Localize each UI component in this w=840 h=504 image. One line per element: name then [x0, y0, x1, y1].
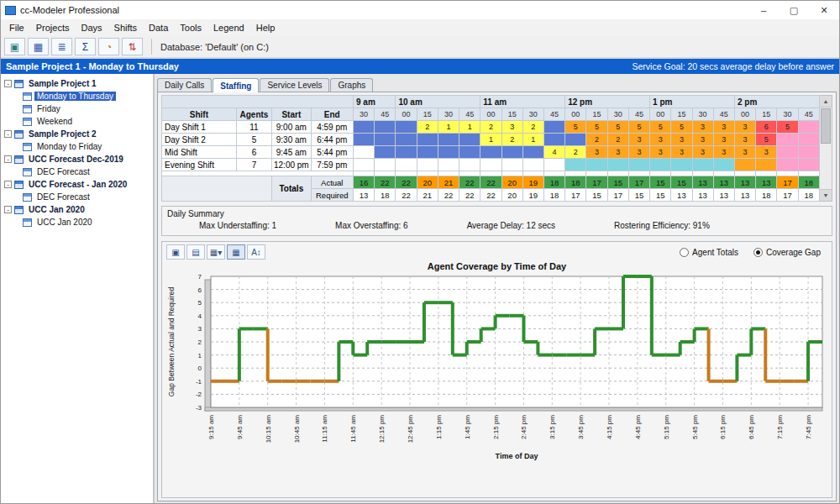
hour-header: 12 pm — [565, 96, 650, 108]
menu-tools[interactable]: Tools — [174, 21, 207, 34]
chart-type-dropdown[interactable]: ▦▾ — [207, 244, 225, 260]
expander-icon[interactable]: - — [4, 80, 12, 87]
main-toolbar: ▣▦≣Σ◔⇅ Database: 'Default' (on C:) — [1, 36, 839, 59]
close-button[interactable]: ✕ — [809, 1, 839, 19]
menu-data[interactable]: Data — [143, 21, 174, 34]
sort-az-icon[interactable]: A↕ — [247, 244, 265, 260]
actual-total-cell: 16 — [354, 176, 375, 189]
gantt-cell — [396, 159, 417, 171]
gantt-cell: 4 — [543, 146, 564, 159]
tree-item-label: Friday — [34, 104, 63, 113]
staffing-panel: 9 am10 am11 am12 pm1 pm2 pmShiftAgentsSt… — [157, 92, 837, 501]
svg-text:10:45 am: 10:45 am — [293, 415, 301, 444]
tree-item-weekend[interactable]: Weekend — [3, 115, 151, 128]
svg-text:9:15 am: 9:15 am — [207, 415, 215, 439]
banner-title: Sample Project 1 - Monday to Thursday — [6, 61, 179, 71]
table-view-icon[interactable]: ▦ — [28, 38, 49, 55]
title-bar: cc-Modeler Professional – ▢ ✕ — [1, 1, 839, 19]
expander-icon[interactable]: - — [4, 155, 12, 163]
shift-agents: 6 — [236, 146, 271, 159]
scrollbar-thumb[interactable] — [821, 108, 831, 144]
print-icon[interactable]: ▤ — [186, 244, 205, 260]
maximize-button[interactable]: ▢ — [779, 1, 809, 19]
required-total-cell: 22 — [438, 189, 459, 202]
tree-item-sample-project-1[interactable]: -Sample Project 1 — [3, 77, 151, 90]
gantt-cell: 2 — [522, 121, 543, 134]
menu-projects[interactable]: Projects — [30, 21, 76, 34]
minute-header: 30 — [607, 108, 628, 121]
tree-item-ucc-forecast-jan-2020[interactable]: -UCC Forecast - Jan 2020 — [3, 178, 151, 191]
tree-item-ucc-forecast-dec-2019[interactable]: -UCC Forecast Dec-2019 — [3, 153, 151, 165]
svg-text:4:15 pm: 4:15 pm — [606, 415, 613, 439]
svg-text:7:15 pm: 7:15 pm — [776, 415, 784, 439]
menu-help[interactable]: Help — [250, 21, 281, 34]
service-goal-label: Service Goal: 20 secs average delay befo… — [633, 61, 834, 71]
actual-total-cell: 20 — [501, 176, 522, 189]
radio-coverage-gap[interactable]: Coverage Gap — [753, 248, 821, 257]
list-view-icon[interactable]: ≣ — [51, 38, 72, 55]
project-icon — [14, 181, 24, 189]
staffing-grid: 9 am10 am11 am12 pm1 pm2 pmShiftAgentsSt… — [161, 95, 832, 202]
gantt-cell — [713, 159, 734, 171]
tab-graphs[interactable]: Graphs — [330, 78, 373, 92]
tree-item-friday[interactable]: Friday — [3, 102, 151, 115]
sum-icon[interactable]: Σ — [75, 38, 96, 55]
scroll-up-button[interactable]: ▲ — [820, 96, 832, 108]
tab-staffing[interactable]: Staffing — [213, 78, 259, 92]
chart-icon[interactable]: ◔ — [98, 38, 119, 55]
tree-item-monday-to-friday[interactable]: Monday to Friday — [3, 140, 151, 153]
summary-stat-max-overstaffing: Max Overstaffing: 6 — [335, 221, 408, 230]
shift-start: 9:30 am — [272, 134, 311, 146]
table-scrollbar[interactable]: ▲ ▼ — [820, 95, 832, 202]
actual-label: Actual — [311, 176, 353, 189]
expander-icon[interactable]: - — [4, 206, 12, 213]
daily-summary: Daily Summary Max Understaffing: 1Max Ov… — [161, 206, 832, 236]
menu-legend[interactable]: Legend — [207, 21, 250, 34]
svg-text:5:45 pm: 5:45 pm — [691, 415, 699, 439]
menu-shifts[interactable]: Shifts — [108, 21, 144, 34]
svg-text:6:45 pm: 6:45 pm — [748, 415, 755, 439]
gantt-cell — [671, 159, 692, 171]
project-window-icon[interactable]: ▣ — [4, 38, 25, 55]
expander-icon[interactable]: - — [4, 130, 12, 138]
svg-text:0: 0 — [198, 365, 202, 372]
tree-item-ucc-jan-2020[interactable]: -UCC Jan 2020 — [3, 203, 151, 216]
sort-arrows-icon[interactable]: ⇅ — [122, 38, 143, 55]
tree-item-monday-to-thursday[interactable]: Monday to Thursday — [3, 90, 151, 102]
shift-end: 4:59 pm — [311, 121, 353, 134]
hour-header: 2 pm — [734, 96, 819, 108]
menu-file[interactable]: File — [3, 21, 30, 34]
minimize-button[interactable]: – — [748, 1, 779, 19]
gantt-cell — [777, 134, 798, 146]
minute-header: 15 — [756, 108, 777, 121]
project-banner: Sample Project 1 - Monday to Thursday Se… — [1, 59, 839, 74]
menu-days[interactable]: Days — [75, 21, 108, 34]
gantt-cell: 5 — [565, 121, 586, 134]
radio-agent-totals[interactable]: Agent Totals — [680, 248, 738, 257]
shift-agents: 7 — [236, 159, 271, 171]
scrollbar-track[interactable] — [820, 108, 832, 189]
required-total-cell: 13 — [713, 189, 734, 202]
project-icon — [14, 206, 24, 214]
tab-daily-calls[interactable]: Daily Calls — [157, 78, 212, 92]
tree-item-label: Monday to Thursday — [34, 92, 116, 101]
col-header-shift: Shift — [162, 108, 237, 121]
tree-item-sample-project-2[interactable]: -Sample Project 2 — [3, 128, 151, 140]
expander-icon[interactable]: - — [4, 181, 12, 188]
actual-total-cell: 13 — [692, 176, 713, 189]
export-icon[interactable]: ▣ — [166, 244, 185, 260]
required-total-cell: 15 — [586, 189, 607, 202]
tree-item-dec-forecast[interactable]: DEC Forecast — [3, 191, 151, 203]
tree-item-ucc-jan-2020[interactable]: UCC Jan 2020 — [3, 216, 151, 228]
actual-total-cell: 20 — [417, 176, 438, 189]
actual-total-cell: 22 — [375, 176, 396, 189]
project-icon — [14, 155, 24, 164]
gantt-cell — [438, 159, 459, 171]
tree-item-dec-forecast[interactable]: DEC Forecast — [3, 165, 151, 178]
tab-service-levels[interactable]: Service Levels — [260, 78, 329, 92]
staffing-table: 9 am10 am11 am12 pm1 pm2 pmShiftAgentsSt… — [161, 95, 820, 202]
data-grid-toggle-icon[interactable]: ▦ — [227, 244, 245, 260]
scroll-down-button[interactable]: ▼ — [820, 189, 832, 201]
required-total-cell: 17 — [777, 189, 798, 202]
shift-row: Evening Shift712:00 pm7:59 pm — [162, 159, 820, 171]
